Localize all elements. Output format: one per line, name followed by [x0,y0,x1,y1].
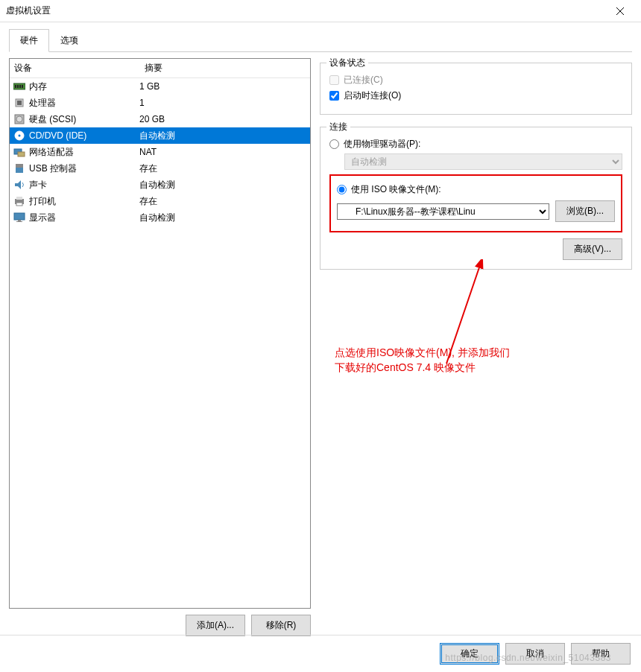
use-physical-label: 使用物理驱动器(P): [344,138,420,150]
hw-summary: 20 GB [139,114,307,124]
use-iso-label: 使用 ISO 映像文件(M): [351,183,441,196]
use-iso-radio-row[interactable]: 使用 ISO 映像文件(M): [337,183,615,196]
window-title: 虚拟机设置 [6,4,605,17]
browse-button[interactable]: 浏览(B)... [555,200,615,222]
sound-icon [13,179,26,191]
tab-options[interactable]: 选项 [49,29,89,52]
net-icon [13,146,26,158]
hw-row-memory[interactable]: 内存1 GB [10,78,310,95]
hw-name: 声卡 [29,179,47,191]
svg-point-10 [16,116,22,122]
hw-row-printer[interactable]: 打印机存在 [10,193,310,209]
hw-name: 处理器 [29,97,56,110]
svg-rect-19 [16,197,22,200]
svg-rect-5 [19,85,21,88]
svg-rect-3 [15,85,16,88]
hw-row-net[interactable]: 网络适配器NAT [10,144,310,160]
svg-rect-8 [17,101,22,105]
hw-row-cd[interactable]: CD/DVD (IDE)自动检测 [10,127,310,144]
connect-on-power-label: 启动时连接(O) [344,89,401,102]
display-icon [13,212,26,224]
annotation-text: 点选使用ISO映像文件(M), 并添加我们 下载好的CentOS 7.4 映像文… [335,346,510,375]
svg-rect-21 [14,213,25,220]
hw-name: USB 控制器 [29,162,77,175]
connected-checkbox [329,75,339,85]
hw-name: 网络适配器 [29,146,74,159]
iso-path-select[interactable]: F:\Linux服务器--教学课程\Linu [337,203,549,220]
svg-rect-6 [22,85,23,88]
hw-row-cpu[interactable]: 处理器1 [10,95,310,111]
physical-drive-select: 自动检测 [344,153,622,170]
svg-rect-22 [18,220,21,221]
use-physical-radio-row[interactable]: 使用物理驱动器(P): [329,138,622,150]
hw-name: CD/DVD (IDE) [29,130,86,141]
svg-rect-23 [16,221,22,222]
hw-summary: 存在 [139,195,307,208]
tab-hardware[interactable]: 硬件 [9,29,49,52]
hw-row-display[interactable]: 显示器自动检测 [10,209,310,226]
remove-button[interactable]: 移除(R) [251,615,311,636]
printer-icon [13,195,26,207]
hw-summary: NAT [139,147,307,157]
use-iso-radio[interactable] [337,185,347,194]
connect-on-power-row[interactable]: 启动时连接(O) [329,89,622,102]
hw-name: 硬盘 (SCSI) [29,113,76,126]
tab-bar: 硬件 选项 [9,28,632,52]
hw-row-usb[interactable]: USB 控制器存在 [10,160,310,177]
disk-icon [13,113,26,125]
svg-rect-14 [18,152,25,156]
hw-summary: 存在 [139,162,307,175]
cpu-icon [13,97,26,109]
hardware-list: 设备 摘要 内存1 GB处理器1硬盘 (SCSI)20 GBCD/DVD (ID… [9,58,311,609]
device-status-box: 设备状态 已连接(C) 启动时连接(O) [320,63,632,115]
hw-summary: 自动检测 [139,212,307,224]
advanced-button[interactable]: 高级(V)... [563,238,622,260]
svg-marker-17 [15,180,21,189]
hw-name: 显示器 [29,212,56,224]
add-button[interactable]: 添加(A)... [186,615,245,636]
cd-icon [13,130,26,142]
hw-summary: 自动检测 [139,179,307,191]
connection-box: 连接 使用物理驱动器(P): 自动检测 使用 ISO 映像文件(M): [320,127,632,270]
svg-rect-16 [16,168,23,173]
dialog-footer: 确定 取消 帮助 [0,635,641,672]
close-icon [616,7,624,15]
close-button[interactable] [605,1,635,22]
hw-name: 打印机 [29,195,56,208]
iso-highlight-box: 使用 ISO 映像文件(M): F:\Linux服务器--教学课程\Linu 浏… [329,174,622,232]
hw-row-sound[interactable]: 声卡自动检测 [10,177,310,193]
memory-icon [13,80,26,92]
connected-checkbox-row: 已连接(C) [329,74,622,86]
hw-summary: 自动检测 [139,130,307,142]
hw-name: 内存 [29,80,47,93]
svg-point-12 [19,135,21,137]
hw-summary: 1 [139,98,307,108]
col-device: 设备 [10,59,140,77]
hw-row-disk[interactable]: 硬盘 (SCSI)20 GB [10,111,310,127]
use-physical-radio[interactable] [329,139,339,149]
svg-rect-20 [16,203,22,206]
device-status-legend: 设备状态 [326,57,368,69]
col-summary: 摘要 [140,59,167,77]
title-bar: 虚拟机设置 [0,0,641,22]
help-button[interactable]: 帮助 [571,643,631,665]
svg-rect-4 [17,85,19,88]
hardware-list-header: 设备 摘要 [10,59,310,78]
hw-summary: 1 GB [139,81,307,92]
connection-legend: 连接 [326,121,350,133]
cancel-button[interactable]: 取消 [505,643,565,665]
ok-button[interactable]: 确定 [440,643,499,665]
connect-on-power-checkbox[interactable] [329,91,339,101]
usb-icon [13,162,26,174]
connected-label: 已连接(C) [344,74,383,86]
